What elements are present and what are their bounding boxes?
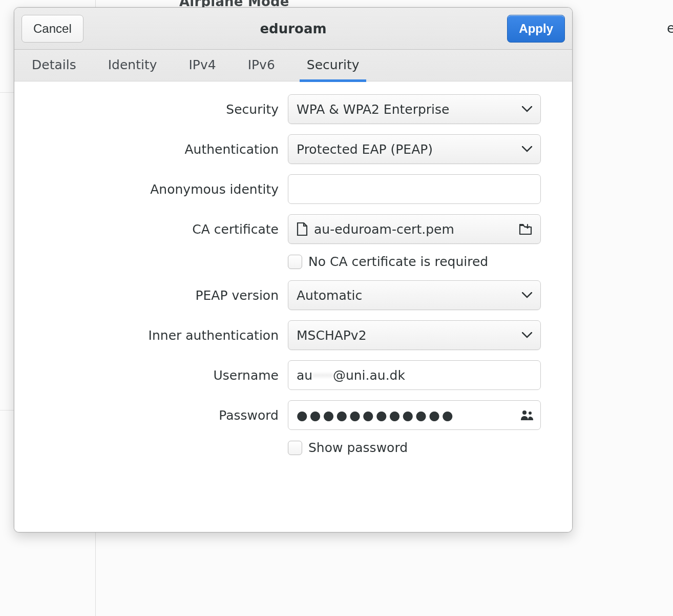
row-no-ca-required: No CA certificate is required [39, 254, 548, 269]
svg-point-1 [529, 412, 532, 415]
background-edge-glyph: e [667, 20, 673, 36]
password-label: Password [39, 408, 279, 423]
tab-label: IPv4 [189, 57, 216, 72]
peap-version-combo-value: Automatic [297, 288, 517, 303]
checkbox-box [288, 441, 302, 455]
inner-auth-combo-value: MSCHAPv2 [297, 328, 517, 343]
authentication-combo-value: Protected EAP (PEAP) [297, 142, 517, 157]
network-connection-dialog: Cancel eduroam Apply Details Identity IP… [14, 7, 573, 532]
security-combo-value: WPA & WPA2 Enterprise [297, 102, 517, 117]
chevron-down-icon [522, 292, 532, 298]
password-input[interactable]: ●●●●●●●●●●●● [288, 400, 541, 430]
no-ca-required-label: No CA certificate is required [308, 254, 488, 269]
show-password-label: Show password [308, 440, 408, 455]
peap-version-label: PEAP version [39, 288, 279, 303]
row-anonymous-identity: Anonymous identity [39, 174, 548, 204]
chevron-down-icon [522, 106, 532, 112]
ca-certificate-file-chooser[interactable]: au-eduroam-cert.pem [288, 214, 541, 244]
inner-auth-label: Inner authentication [39, 328, 279, 343]
row-ca-certificate: CA certificate au-eduroam-cert.pem [39, 214, 548, 244]
show-password-checkbox[interactable]: Show password [288, 440, 541, 455]
password-storage-icon[interactable] [520, 409, 534, 421]
chevron-down-icon [522, 332, 532, 338]
chevron-down-icon [522, 146, 532, 152]
row-authentication: Authentication Protected EAP (PEAP) [39, 134, 548, 164]
tab-details[interactable]: Details [25, 50, 83, 82]
no-ca-required-checkbox[interactable]: No CA certificate is required [288, 254, 541, 269]
security-combo[interactable]: WPA & WPA2 Enterprise [288, 94, 541, 124]
cancel-button[interactable]: Cancel [22, 15, 83, 43]
tab-label: Security [307, 57, 360, 72]
row-password: Password ●●●●●●●●●●●● [39, 400, 548, 430]
ca-certificate-label: CA certificate [39, 222, 279, 237]
row-peap-version: PEAP version Automatic [39, 280, 548, 310]
authentication-combo[interactable]: Protected EAP (PEAP) [288, 134, 541, 164]
row-show-password: Show password [39, 440, 548, 455]
inner-auth-combo[interactable]: MSCHAPv2 [288, 320, 541, 350]
tab-security[interactable]: Security [300, 50, 367, 82]
dialog-tab-bar: Details Identity IPv4 IPv6 Security [14, 50, 572, 82]
username-redacted-part: ····· [312, 368, 333, 383]
apply-button-label: Apply [519, 22, 553, 36]
row-username: Username au·····@uni.au.dk [39, 360, 548, 390]
folder-open-icon [519, 223, 532, 235]
username-label: Username [39, 368, 279, 383]
document-icon [297, 222, 308, 236]
tab-label: IPv6 [248, 57, 275, 72]
anonymous-identity-input[interactable] [288, 174, 541, 204]
checkbox-box [288, 255, 302, 269]
tab-ipv4[interactable]: IPv4 [182, 50, 223, 82]
tab-label: Identity [108, 57, 157, 72]
tab-identity[interactable]: Identity [101, 50, 164, 82]
apply-button[interactable]: Apply [507, 15, 565, 43]
security-label: Security [39, 102, 279, 117]
row-inner-authentication: Inner authentication MSCHAPv2 [39, 320, 548, 350]
tab-label: Details [32, 57, 76, 72]
tab-ipv6[interactable]: IPv6 [241, 50, 282, 82]
username-prefix: au [297, 368, 312, 383]
dialog-title: eduroam [14, 21, 572, 36]
cancel-button-label: Cancel [33, 22, 72, 36]
row-security: Security WPA & WPA2 Enterprise [39, 94, 548, 124]
password-mask: ●●●●●●●●●●●● [297, 408, 455, 423]
anonymous-identity-label: Anonymous identity [39, 182, 279, 197]
peap-version-combo[interactable]: Automatic [288, 280, 541, 310]
security-form: Security WPA & WPA2 Enterprise Authentic… [14, 82, 572, 532]
dialog-headerbar: Cancel eduroam Apply [14, 8, 572, 50]
username-input[interactable]: au·····@uni.au.dk [288, 360, 541, 390]
ca-certificate-filename: au-eduroam-cert.pem [314, 222, 514, 237]
authentication-label: Authentication [39, 142, 279, 157]
svg-point-0 [522, 410, 527, 415]
username-suffix: @uni.au.dk [333, 368, 405, 383]
